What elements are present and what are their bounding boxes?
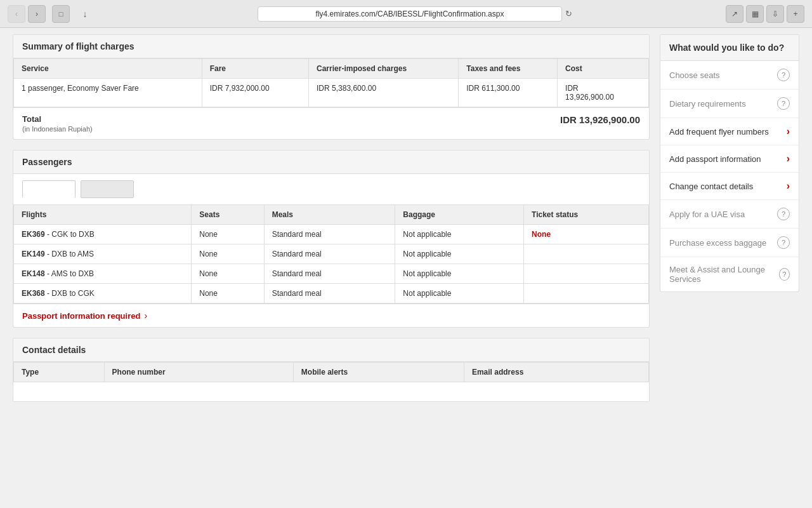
table-row: 1 passenger, Economy Saver Fare IDR 7,93… [14,79,649,107]
arrow-icon[interactable]: › [787,126,790,137]
passport-required-row: Passport information required › [13,304,649,327]
col-seats: Seats [192,205,264,225]
sidebar-item-4[interactable]: Change contact details› [660,173,799,200]
flight-row: EK368 - DXB to CGKNoneStandard mealNot a… [14,284,649,304]
total-row: Total (in Indonesian Rupiah) IDR 13,926,… [13,107,649,139]
flight-cell: EK369 - CGK to DXB [14,225,192,244]
flight-row: EK369 - CGK to DXBNoneStandard mealNot a… [14,225,649,244]
col-taxes: Taxes and fees [459,59,558,79]
contact-box: Contact details Type Phone number Mobile… [13,338,650,402]
flights-table: Flights Seats Meals Baggage Ticket statu… [13,204,649,304]
what-title: What would you like to do? [660,35,799,61]
col-fare: Fare [202,59,308,79]
back-button[interactable]: ‹ [8,5,25,23]
arrow-icon[interactable]: › [787,180,790,192]
meals-cell: Standard meal [264,284,395,304]
seats-cell: None [192,264,264,284]
meals-cell: Standard meal [264,244,395,264]
flight-cell: EK368 - DXB to CGK [14,284,192,304]
passengers-box: Passengers Flights Seats Meals Baggage [13,150,650,328]
left-column: Summary of flight charges Service Fare C… [13,34,650,402]
sidebar-item-0[interactable]: Choose seats? [660,61,799,90]
sidebar-item-label: Apply for a UAE visa [669,210,745,219]
sidebar-toggle[interactable]: □ [52,5,70,23]
col-mobile-alerts: Mobile alerts [293,363,464,382]
baggage-cell: Not applicable [395,284,524,304]
sidebar-item-1[interactable]: Dietary requirements? [660,90,799,118]
total-label-area: Total (in Indonesian Rupiah) [22,114,93,133]
cell-fare: IDR 7,932,000.00 [202,79,308,107]
sidebar-item-2[interactable]: Add frequent flyer numbers› [660,118,799,145]
meals-cell: Standard meal [264,264,395,284]
col-baggage: Baggage [395,205,524,225]
total-label: Total [22,114,93,124]
sidebar-item-6[interactable]: Purchase excess baggage? [660,229,799,257]
ticket-status-cell [524,244,649,264]
cell-cost: IDR13,926,900.00 [558,79,649,107]
baggage-cell: Not applicable [395,225,524,244]
sidebar-item-label: Dietary requirements [669,99,746,109]
passenger-tab-1[interactable] [22,180,75,198]
sidebar-item-7[interactable]: Meet & Assist and Lounge Services? [660,257,799,291]
meals-cell: Standard meal [264,225,395,244]
add-tab-button[interactable]: + [787,5,804,23]
refresh-button[interactable]: ↻ [562,8,575,20]
col-phone: Phone number [104,363,293,382]
sidebar-item-label: Change contact details [669,182,753,191]
sidebar-item-label: Meet & Assist and Lounge Services [669,265,779,284]
contact-title: Contact details [13,338,649,362]
col-cost: Cost [558,59,649,79]
sidebar-item-3[interactable]: Add passport information› [660,145,799,173]
baggage-cell: Not applicable [395,264,524,284]
ticket-status-cell: None [524,225,649,244]
sidebar-item-label: Purchase excess baggage [669,238,766,248]
col-flights: Flights [14,205,192,225]
ticket-status-cell [524,264,649,284]
cell-service: 1 passenger, Economy Saver Fare [14,79,202,107]
ticket-status-cell [524,284,649,304]
cell-carrier: IDR 5,383,600.00 [309,79,459,107]
right-column: What would you like to do? Choose seats?… [660,34,799,292]
contact-row [14,382,649,401]
col-email: Email address [464,363,648,382]
sidebar-item-label: Add frequent flyer numbers [669,127,769,137]
seats-cell: None [192,284,264,304]
question-icon[interactable]: ? [777,236,790,249]
share-button[interactable]: ↗ [726,5,743,23]
flight-row: EK148 - AMS to DXBNoneStandard mealNot a… [14,264,649,284]
flight-cell: EK149 - DXB to AMS [14,244,192,264]
col-carrier: Carrier-imposed charges [309,59,459,79]
arrow-icon[interactable]: › [787,153,790,164]
download-icon: ↓ [76,5,94,23]
question-icon[interactable]: ? [777,97,790,110]
browser-chrome: ‹ › □ ↓ fly4.emirates.com/CAB/IBESSL/Fli… [0,0,812,28]
sidebar-item-label: Add passport information [669,154,761,164]
summary-box: Summary of flight charges Service Fare C… [13,34,650,140]
total-sublabel: (in Indonesian Rupiah) [22,125,93,133]
download-button[interactable]: ⇩ [766,5,784,23]
passenger-tab-2[interactable] [81,180,134,198]
flight-cell: EK148 - AMS to DXB [14,264,192,284]
sidebar-item-5[interactable]: Apply for a UAE visa? [660,200,799,229]
question-icon[interactable]: ? [777,69,790,81]
baggage-cell: Not applicable [395,244,524,264]
forward-button[interactable]: › [28,5,46,23]
duplicate-button[interactable]: ▦ [746,5,764,23]
passenger-tabs [13,174,649,204]
passport-arrow-icon[interactable]: › [144,311,147,321]
question-icon[interactable]: ? [777,208,790,220]
seats-cell: None [192,244,264,264]
col-service: Service [14,59,202,79]
col-meals: Meals [264,205,395,225]
charges-table: Service Fare Carrier-imposed charges Tax… [13,58,649,107]
contact-table: Type Phone number Mobile alerts Email ad… [13,362,649,401]
cell-taxes: IDR 611,300.00 [459,79,558,107]
total-amount: IDR 13,926,900.00 [560,114,640,125]
page-content: Summary of flight charges Service Fare C… [0,28,812,508]
summary-title: Summary of flight charges [13,35,649,58]
question-icon[interactable]: ? [779,268,790,281]
passport-required-link[interactable]: Passport information required [22,311,140,321]
seats-cell: None [192,225,264,244]
address-bar[interactable]: fly4.emirates.com/CAB/IBESSL/FlightConfi… [258,6,562,22]
col-type: Type [14,363,105,382]
